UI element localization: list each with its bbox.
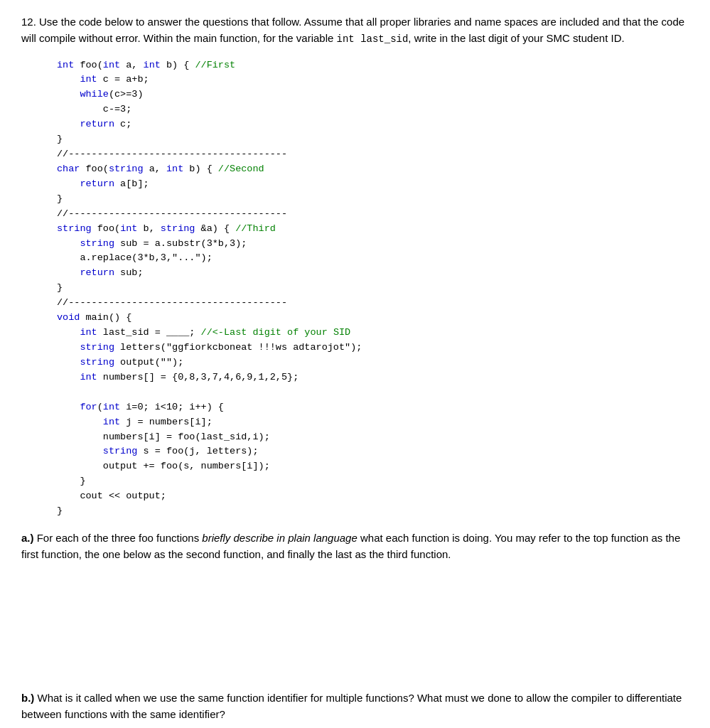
code-line-28: output += foo(s, numbers[i]); [57,459,689,474]
part-a-text1: For each of the three foo functions [37,532,203,544]
part-b-label: b.) [21,692,34,704]
code-line-3: while(c>=3) [57,87,689,102]
code-line-9: return a[b]; [57,177,689,192]
code-line-24: for(int i=0; i<10; i++) { [57,400,689,415]
part-b-block: b.) What is it called when we use the sa… [21,690,689,722]
code-line-25: int j = numbers[i]; [57,415,689,430]
code-line-12: string foo(int b, string &a) { //Third [57,222,689,237]
code-line-11: //-------------------------------------- [57,207,689,222]
code-line-7: //-------------------------------------- [57,147,689,162]
code-line-13: string sub = a.substr(3*b,3); [57,237,689,252]
code-line-19: int last_sid = ____; //<-Last digit of y… [57,326,689,341]
code-line-2: int c = a+b; [57,73,689,87]
part-b-text-content: What is it called when we use the same f… [21,692,682,720]
code-line-4: c-=3; [57,102,689,117]
code-line-26: numbers[i] = foo(last_sid,i); [57,430,689,445]
part-a-block: a.) For each of the three foo functions … [21,530,689,562]
question-intro: 12. Use the code below to answer the que… [21,14,689,47]
code-line-30: cout << output; [57,489,689,504]
code-line-31: } [57,504,689,519]
code-line-5: return c; [57,117,689,132]
part-a-text: a.) For each of the three foo functions … [21,530,689,562]
code-line-10: } [57,192,689,207]
code-line-29: } [57,474,689,489]
code-line-17: //-------------------------------------- [57,296,689,311]
code-block: int foo(int a, int b) { //First int c = … [57,58,689,520]
part-a-label: a.) [21,532,34,544]
question-intro2: , write in the last digit of your SMC st… [408,32,624,44]
code-line-15: return sub; [57,266,689,281]
code-line-22: int numbers[] = {0,8,3,7,4,6,9,1,2,5}; [57,370,689,385]
code-line-21: string output(""); [57,355,689,370]
part-b-text: b.) What is it called when we use the sa… [21,690,689,722]
code-line-20: string letters("ggfiorkcboneat !!!ws adt… [57,341,689,355]
part-a-italic: briefly describe in plain language [202,532,357,544]
code-line-27: string s = foo(j, letters); [57,444,689,459]
code-line-1: int foo(int a, int b) { //First [57,58,689,73]
code-line-16: } [57,281,689,296]
inline-code-last-sid: int last_sid [337,33,409,45]
code-line-6: } [57,132,689,147]
code-line-18: void main() { [57,311,689,326]
code-line-14: a.replace(3*b,3,"..."); [57,251,689,266]
question-number: 12. [21,16,36,28]
code-line-8: char foo(string a, int b) { //Second [57,162,689,177]
code-line-23 [57,385,689,400]
question-container: 12. Use the code below to answer the que… [21,14,689,722]
